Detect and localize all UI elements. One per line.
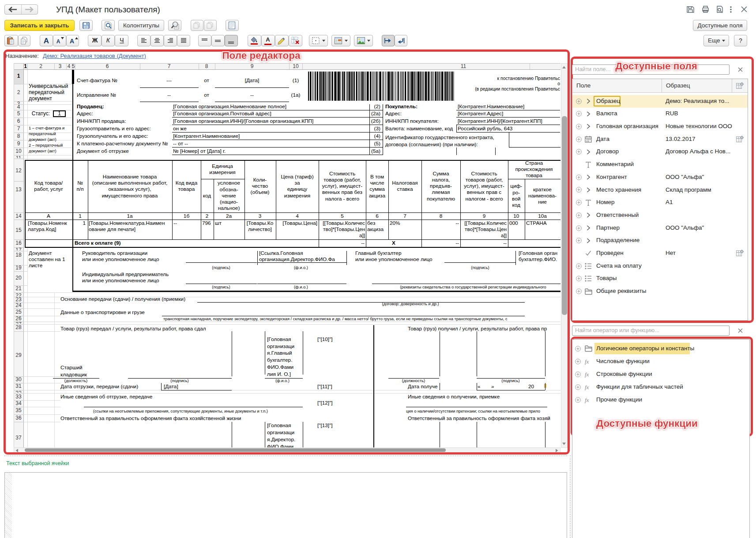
svg-text:fx: fx bbox=[585, 371, 589, 378]
svg-text:Доступные поля: Доступные поля bbox=[615, 61, 697, 72]
svg-text:fx: fx bbox=[585, 384, 589, 390]
svg-text:Поле редактора: Поле редактора bbox=[222, 50, 301, 61]
svg-text:fx: fx bbox=[585, 358, 589, 365]
svg-text:fx: fx bbox=[585, 397, 589, 403]
svg-text:Доступные функции: Доступные функции bbox=[596, 418, 698, 429]
